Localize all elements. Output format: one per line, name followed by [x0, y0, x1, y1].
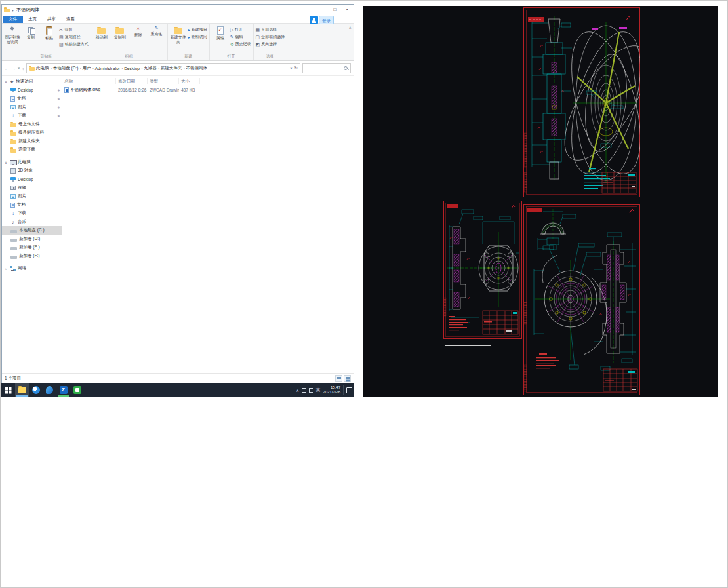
history-button[interactable]: ↺ 历史记录 — [230, 41, 251, 47]
invert-selection-button[interactable]: ◩ 反向选择 — [256, 41, 285, 47]
paste-shortcut-button[interactable]: ▨ 粘贴快捷方式 — [59, 41, 89, 47]
hidden-icons-chevron[interactable]: ∧ — [296, 388, 298, 393]
sidebar-item-folder-2[interactable]: 模具解压资料 — [2, 128, 62, 137]
select-group-label: 选择 — [254, 54, 287, 60]
minimize-button[interactable]: – — [317, 5, 329, 14]
new-item-button[interactable]: ▸ 新建项目 — [188, 27, 207, 33]
thumbnail-view-button[interactable] — [344, 375, 351, 382]
sidebar-this-pc[interactable]: ∨ 此电脑 — [2, 158, 62, 167]
taskbar-file-explorer[interactable] — [15, 383, 29, 397]
taskbar-green-app[interactable] — [70, 383, 84, 397]
up-button[interactable]: ↑ — [22, 66, 25, 71]
edit-button[interactable]: ✎ 编辑 — [230, 34, 251, 40]
address-bar[interactable]: 此电脑› 本地磁盘 (C:)› 用户› Administrator› Deskt… — [26, 63, 300, 73]
new-folder-button[interactable]: 新建文件夹 — [170, 26, 187, 44]
breadcrumb-administrator[interactable]: Administrator — [95, 66, 120, 71]
column-header-name[interactable]: 名称 — [62, 78, 116, 84]
search-box[interactable] — [302, 63, 351, 73]
properties-button[interactable]: 属性 — [212, 26, 229, 41]
sidebar-item-music[interactable]: ♪ 音乐 — [2, 218, 62, 226]
sidebar-network[interactable]: › 网络 — [2, 264, 62, 273]
recent-locations-chevron[interactable]: ▾ — [18, 66, 20, 71]
breadcrumb-new-folder[interactable]: 新建文件夹 — [161, 66, 182, 71]
taskbar-browser-2[interactable] — [43, 383, 56, 397]
tab-view[interactable]: 查看 — [61, 16, 80, 23]
tab-share[interactable]: 共享 — [42, 16, 61, 23]
quick-access-toolbar[interactable]: ▾ — [4, 7, 14, 12]
ribbon-group-clipboard: 固定到快速访问 复制 粘贴 ✂ 剪切 — [2, 24, 91, 60]
sidebar-item-local-disk-c[interactable]: 本地磁盘 (C:) — [2, 226, 62, 235]
sidebar-item-folder-1[interactable]: 母上传文件 — [2, 120, 62, 128]
column-header-type[interactable]: 类型 — [148, 78, 179, 84]
delete-button[interactable]: × 删除 — [130, 26, 147, 37]
paste-button[interactable]: 粘贴 — [41, 26, 58, 41]
copy-button[interactable]: 复制 — [22, 26, 39, 40]
breadcrumb-users[interactable]: 用户 — [83, 66, 91, 71]
sidebar-item-desktop-qa[interactable]: Desktop∗ — [2, 86, 62, 94]
sidebar-item-desktop-pc[interactable]: Desktop — [2, 175, 62, 184]
breadcrumb-local-disk-c[interactable]: 本地磁盘 (C:) — [53, 66, 79, 71]
sidebar-item-downloads-qa[interactable]: ↓ 下载∗ — [2, 111, 62, 120]
sidebar-item-videos[interactable]: 视频 — [2, 184, 62, 192]
file-row-dwg[interactable]: 不锈钢阀体.dwg 2016/6/12 8:26 ZWCAD Drawing 4… — [62, 85, 354, 94]
close-button[interactable]: × — [341, 5, 353, 14]
ime-indicator[interactable]: 英 — [316, 387, 321, 393]
history-icon: ↺ — [230, 42, 234, 47]
address-dropdown-chevron[interactable]: ▾ — [290, 66, 292, 71]
sidebar-item-pictures-qa[interactable]: 图片∗ — [2, 103, 62, 111]
select-none-button[interactable]: ▢ 全部取消选择 — [256, 34, 285, 40]
pin-to-quick-access-button[interactable]: 固定到快速访问 — [4, 26, 21, 44]
back-button[interactable]: ← — [5, 66, 9, 71]
sidebar-item-documents-qa[interactable]: 文档∗ — [2, 94, 62, 103]
breadcrumb-folder[interactable]: 九减器 — [144, 66, 157, 71]
column-header-size[interactable]: 大小 — [179, 78, 200, 84]
sidebar-item-documents-pc[interactable]: 文档 — [2, 201, 62, 209]
open-button[interactable]: ▷ 打开 — [230, 27, 251, 33]
search-icon[interactable] — [344, 66, 348, 71]
forward-button[interactable]: → — [11, 66, 16, 71]
ribbon-collapse-chevron[interactable]: ∧ — [349, 25, 352, 29]
sidebar-item-folder-4[interactable]: 迅雷下载 — [2, 146, 62, 154]
column-header-date[interactable]: 修改日期 — [116, 78, 148, 84]
rename-button[interactable]: ✎ 重命名 — [148, 26, 165, 36]
sidebar-item-3d-objects[interactable]: 3D 对象 — [2, 167, 62, 175]
select-all-icon: ▦ — [256, 28, 260, 33]
action-center-icon[interactable] — [346, 387, 352, 393]
taskbar-zwcad[interactable]: Z — [56, 383, 70, 397]
sidebar-item-volume-f[interactable]: 新加卷 (F:) — [2, 252, 62, 260]
copy-to-button[interactable]: 复制到 — [111, 26, 129, 40]
easy-access-button[interactable]: ▸ 轻松访问 — [188, 34, 207, 40]
tray-icon-1[interactable] — [302, 388, 306, 393]
details-view-button[interactable] — [335, 375, 342, 382]
select-all-button[interactable]: ▦ 全部选择 — [256, 27, 285, 33]
qat-customize-icon[interactable]: ▾ — [12, 8, 14, 12]
refresh-icon[interactable]: ↻ — [294, 66, 298, 71]
sidebar-item-volume-d[interactable]: 新加卷 (D:) — [2, 235, 62, 243]
tab-file[interactable]: 文件 — [3, 16, 23, 23]
taskbar-clock[interactable]: 15:47 2021/3/26 — [323, 385, 340, 395]
sidebar-item-volume-e[interactable]: 新加卷 (E:) — [2, 243, 62, 252]
explorer-titlebar[interactable]: ▾ 不锈钢阀体 – □ × — [2, 5, 354, 15]
paste-icon — [46, 26, 52, 35]
start-button[interactable] — [1, 383, 15, 397]
network-icon — [10, 266, 16, 271]
cad-canvas[interactable] — [363, 6, 718, 397]
breadcrumb-current[interactable]: 不锈钢阀体 — [186, 66, 208, 71]
cut-button[interactable]: ✂ 剪切 — [59, 27, 89, 33]
move-to-button[interactable]: 移动到 — [93, 26, 110, 40]
login-badge[interactable]: 登录 — [310, 16, 334, 24]
new-item-icon: ▸ — [188, 28, 190, 32]
sidebar-item-folder-3[interactable]: 新建文件夹 — [2, 137, 62, 146]
sidebar-item-downloads-pc[interactable]: ↓ 下载 — [2, 209, 62, 218]
search-input[interactable] — [305, 66, 344, 70]
tab-home[interactable]: 主页 — [23, 16, 42, 23]
sidebar-item-pictures-pc[interactable]: 图片 — [2, 192, 62, 201]
maximize-button[interactable]: □ — [329, 5, 341, 14]
copy-path-button[interactable]: ▤ 复制路径 — [59, 34, 89, 40]
login-badge-label[interactable]: 登录 — [319, 16, 334, 24]
breadcrumb-this-pc[interactable]: 此电脑 — [36, 66, 49, 71]
taskbar-browser[interactable] — [29, 383, 43, 397]
breadcrumb-desktop[interactable]: Desktop — [124, 66, 140, 71]
sidebar-quick-access[interactable]: ∨★ 快速访问 — [2, 77, 62, 86]
tray-icon-2[interactable] — [309, 388, 313, 393]
